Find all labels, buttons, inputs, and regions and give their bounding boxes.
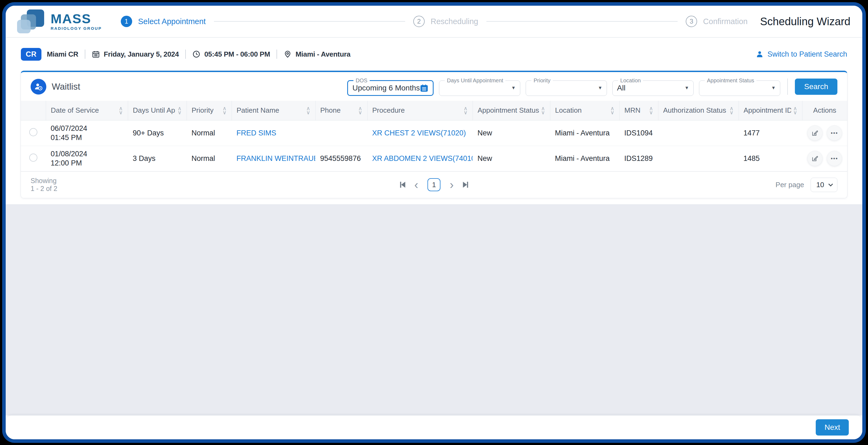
cell-authorization-status — [658, 120, 739, 146]
edit-appointment-button[interactable] — [807, 151, 823, 166]
logo-subtitle: RADIOLOGY GROUP — [51, 26, 102, 31]
column-header-patient-name[interactable]: Patient Name∧∨ — [231, 101, 315, 120]
next-button[interactable]: Next — [816, 419, 849, 436]
app-window: MASS RADIOLOGY GROUP 1 Select Appointmen… — [0, 0, 868, 445]
edit-pencil-icon — [811, 155, 818, 162]
clinic-name: Miami CR — [47, 50, 78, 59]
days-until-label: Days Until Appointment — [445, 77, 505, 84]
time-text: 05:45 PM - 06:00 PM — [204, 50, 270, 59]
waitlist-table: Date of Service∧∨ Days Until Appt∧∨ Prio… — [21, 101, 847, 171]
table-row: 01/08/202412:00 PM 3 Days Normal FRANKLI… — [21, 146, 847, 171]
last-page-button[interactable] — [463, 182, 468, 188]
cell-priority: Normal — [187, 120, 231, 146]
step-connector — [487, 21, 678, 22]
column-header-days-until-appt[interactable]: Days Until Appt∧∨ — [128, 101, 187, 120]
appointment-context-bar: CR Miami CR Friday, January 5, 2024 — [6, 38, 862, 71]
column-header-location[interactable]: Location∧∨ — [550, 101, 619, 120]
cell-date-of-service: 01/08/202412:00 PM — [46, 146, 128, 171]
calendar-icon — [420, 84, 429, 92]
mass-logo: MASS RADIOLOGY GROUP — [17, 8, 102, 34]
cell-mrn: IDS1289 — [619, 146, 658, 171]
divider — [85, 50, 85, 59]
cell-authorization-status — [658, 146, 739, 171]
dropdown-arrow-icon: ▼ — [684, 85, 689, 91]
waitlist-queue-icon — [31, 79, 46, 95]
sort-icon: ∧∨ — [464, 106, 468, 115]
step-1-circle: 1 — [121, 16, 132, 27]
appointment-status-label: Appointment Status — [705, 77, 756, 84]
top-bar: MASS RADIOLOGY GROUP 1 Select Appointmen… — [6, 6, 862, 38]
upper-content: CR Miami CR Friday, January 5, 2024 — [6, 38, 862, 204]
current-page-button[interactable]: 1 — [428, 178, 441, 191]
switch-to-patient-search-link[interactable]: Switch to Patient Search — [755, 50, 847, 59]
cell-phone: 9545559876 — [315, 146, 367, 171]
sort-icon: ∧∨ — [649, 106, 653, 115]
column-header-appointment-id[interactable]: Appointment ID∧∨ — [739, 101, 802, 120]
dos-field-value: Upcoming 6 Months — [352, 84, 420, 92]
per-page-label: Per page — [776, 181, 804, 189]
divider — [277, 50, 277, 59]
dos-field-label: DOS — [353, 77, 369, 84]
next-page-button[interactable]: › — [449, 179, 455, 190]
dropdown-arrow-icon: ▼ — [598, 85, 602, 91]
cell-phone — [315, 120, 367, 146]
waitlist-card: Waitlist DOS Upcoming 6 Months — [21, 71, 847, 198]
step-confirmation[interactable]: 3 Confirmation — [686, 16, 747, 27]
per-page-select[interactable]: 10 — [811, 178, 837, 192]
sort-icon: ∧∨ — [306, 106, 310, 115]
mass-logo-text: MASS RADIOLOGY GROUP — [51, 12, 102, 31]
cell-appointment-status: New — [473, 146, 550, 171]
dos-date-field[interactable]: DOS Upcoming 6 Months — [347, 77, 434, 96]
step-1-label: Select Appointment — [138, 17, 206, 26]
logo-name: MASS — [51, 12, 102, 25]
select-column-header — [21, 101, 46, 120]
divider — [185, 50, 186, 59]
modality-badge: CR — [21, 48, 41, 61]
step-select-appointment[interactable]: 1 Select Appointment — [121, 16, 206, 27]
column-header-date-of-service[interactable]: Date of Service∧∨ — [46, 101, 128, 120]
wizard-stepper: 1 Select Appointment 2 Rescheduling 3 Co… — [121, 16, 748, 27]
search-button[interactable]: Search — [795, 78, 837, 95]
patient-name-link[interactable]: FRANKLIN WEINTRAUB — [237, 154, 315, 162]
column-header-actions: Actions — [802, 101, 847, 120]
sort-icon: ∧∨ — [178, 106, 182, 115]
column-header-procedure[interactable]: Procedure∧∨ — [367, 101, 473, 120]
edit-appointment-button[interactable] — [807, 125, 823, 140]
column-header-mrn[interactable]: MRN∧∨ — [619, 101, 658, 120]
sort-icon: ∧∨ — [541, 106, 545, 115]
row-select-radio[interactable] — [29, 128, 37, 136]
sort-icon: ∧∨ — [119, 106, 123, 115]
waitlist-title-text: Waitlist — [52, 82, 80, 92]
cell-mrn: IDS1094 — [619, 120, 658, 146]
priority-select[interactable]: Priority ▼ — [526, 77, 607, 96]
dropdown-arrow-icon: ▼ — [511, 85, 516, 91]
pagination-controls: ‹ 1 › — [400, 178, 468, 191]
step-rescheduling[interactable]: 2 Rescheduling — [413, 16, 478, 27]
location-select[interactable]: Location All ▼ — [612, 77, 693, 96]
column-header-authorization-status[interactable]: Authorization Status∧∨ — [658, 101, 739, 120]
sort-icon: ∧∨ — [793, 106, 797, 115]
column-header-priority[interactable]: Priority∧∨ — [187, 101, 231, 120]
column-header-phone[interactable]: Phone∧∨ — [315, 101, 367, 120]
appointment-location: Miami - Aventura — [284, 50, 350, 59]
procedure-link[interactable]: XR ABDOMEN 2 VIEWS(74010) — [372, 154, 473, 162]
more-actions-button[interactable]: ••• — [827, 125, 842, 140]
sort-icon: ∧∨ — [223, 106, 227, 115]
more-actions-button[interactable]: ••• — [827, 151, 842, 166]
previous-page-button[interactable]: ‹ — [413, 179, 420, 190]
edit-pencil-icon — [811, 129, 818, 136]
cell-days-until-appt: 90+ Days — [128, 120, 187, 146]
step-2-label: Rescheduling — [431, 17, 478, 26]
appointment-status-select[interactable]: Appointment Status ▼ — [699, 77, 780, 96]
table-row: 06/07/202401:45 PM 90+ Days Normal FRED … — [21, 120, 847, 146]
cell-date-of-service: 06/07/202401:45 PM — [46, 120, 128, 146]
column-header-appointment-status[interactable]: Appointment Status∧∨ — [473, 101, 550, 120]
procedure-link[interactable]: XR CHEST 2 VIEWS(71020) — [372, 129, 466, 137]
step-3-circle: 3 — [686, 16, 697, 27]
patient-name-link[interactable]: FRED SIMS — [237, 129, 276, 137]
days-until-appointment-select[interactable]: Days Until Appointment ▼ — [439, 77, 520, 96]
first-page-button[interactable] — [400, 182, 405, 188]
showing-count: Showing 1 - 2 of 2 — [31, 177, 57, 193]
cell-priority: Normal — [187, 146, 231, 171]
row-select-radio[interactable] — [29, 154, 37, 162]
